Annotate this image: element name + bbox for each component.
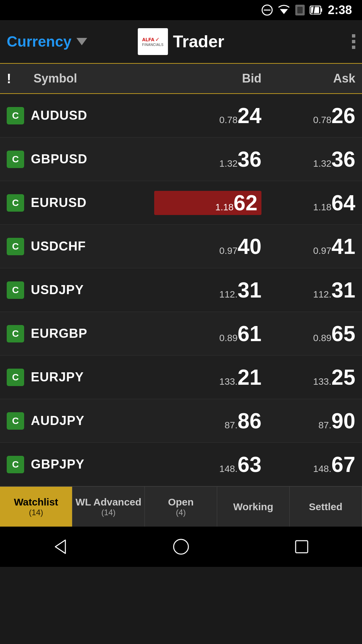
tab-label-open: Open — [168, 496, 194, 508]
tab-label-settled: Settled — [309, 501, 342, 513]
tab-wl-advanced[interactable]: WL Advanced(14) — [72, 487, 145, 527]
logo-financials: FINANCIALS — [142, 43, 164, 47]
logo-inner: ALFA ✓ FINANCIALS — [142, 36, 164, 47]
currency-row-gbpjpy[interactable]: CGBPJPY148.63148.67 — [0, 443, 362, 486]
logo-box: ALFA ✓ FINANCIALS — [138, 28, 168, 55]
c-badge-eurusd: C — [7, 194, 24, 212]
battery-icon — [309, 4, 323, 16]
column-header: ! Symbol Bid Ask — [0, 64, 362, 94]
col-symbol-header: Symbol — [34, 71, 154, 86]
c-badge-audusd: C — [7, 107, 24, 124]
tab-count-watchlist: (14) — [29, 508, 43, 517]
svg-point-10 — [174, 539, 188, 554]
menu-dot-3 — [352, 46, 355, 49]
recent-button[interactable] — [288, 533, 315, 560]
svg-rect-7 — [311, 7, 319, 13]
symbol-gbpusd: GBPUSD — [31, 152, 154, 166]
currency-row-audusd[interactable]: CAUDUSD0.78240.7826 — [0, 94, 362, 138]
bid-eurusd: 1.1862 — [154, 191, 261, 215]
svg-rect-6 — [321, 8, 322, 12]
currency-label[interactable]: Currency — [7, 33, 71, 50]
currency-list: CAUDUSD0.78240.7826CGBPUSD1.32361.3236CE… — [0, 94, 362, 486]
bid-audjpy: 87.86 — [154, 410, 261, 432]
ask-eurusd: 1.1864 — [261, 192, 355, 214]
nav-bar — [0, 527, 362, 567]
svg-rect-11 — [296, 541, 308, 553]
tab-working[interactable]: Working — [217, 487, 290, 527]
symbol-usdjpy: USDJPY — [31, 283, 154, 297]
status-time: 2:38 — [328, 3, 352, 17]
ask-audusd: 0.7826 — [261, 105, 355, 126]
bid-eurgbp: 0.8961 — [154, 323, 261, 344]
c-badge-gbpjpy: C — [7, 456, 24, 473]
currency-row-eurgbp[interactable]: CEURGBP0.89610.8965 — [0, 312, 362, 356]
dnd-icon — [261, 4, 273, 16]
bid-gbpjpy: 148.63 — [154, 454, 261, 475]
currency-row-gbpusd[interactable]: CGBPUSD1.32361.3236 — [0, 138, 362, 181]
tab-label-watchlist: Watchlist — [14, 496, 58, 508]
currency-row-eurusd[interactable]: CEURUSD1.18621.1864 — [0, 181, 362, 225]
col-exclaim: ! — [7, 71, 34, 86]
currency-row-usdchf[interactable]: CUSDCHF0.97400.9741 — [0, 225, 362, 268]
trader-label: Trader — [173, 32, 224, 51]
col-bid-header: Bid — [154, 71, 261, 86]
menu-dot-2 — [352, 40, 355, 43]
menu-button[interactable] — [352, 34, 355, 49]
c-badge-usdjpy: C — [7, 281, 24, 299]
symbol-eurusd: EURUSD — [31, 196, 154, 210]
logo-check: ✓ — [155, 36, 160, 43]
svg-marker-9 — [55, 540, 65, 553]
symbol-gbpjpy: GBPJPY — [31, 457, 154, 472]
symbol-audusd: AUDUSD — [31, 108, 154, 123]
currency-dropdown[interactable] — [76, 38, 87, 45]
symbol-eurgbp: EURGBP — [31, 326, 154, 341]
tab-label-wl-advanced: WL Advanced — [75, 496, 141, 508]
symbol-audjpy: AUDJPY — [31, 414, 154, 428]
c-badge-eurgbp: C — [7, 325, 24, 342]
wifi-icon — [277, 4, 291, 16]
bid-usdjpy: 112.31 — [154, 279, 261, 301]
ask-gbpusd: 1.3236 — [261, 149, 355, 170]
ask-eurjpy: 133.25 — [261, 367, 355, 388]
c-badge-eurjpy: C — [7, 369, 24, 386]
svg-marker-2 — [280, 9, 288, 14]
home-button[interactable] — [168, 533, 194, 560]
back-button[interactable] — [47, 533, 74, 560]
logo-alfa: ALFA — [142, 37, 155, 43]
header: Currency ALFA ✓ FINANCIALS Trader — [0, 20, 362, 64]
ask-audjpy: 87.90 — [261, 410, 355, 432]
sim-icon — [295, 4, 305, 16]
currency-row-usdjpy[interactable]: CUSDJPY112.31112.31 — [0, 268, 362, 312]
ask-usdchf: 0.9741 — [261, 236, 355, 257]
currency-row-eurjpy[interactable]: CEURJPY133.21133.25 — [0, 356, 362, 399]
symbol-eurjpy: EURJPY — [31, 370, 154, 384]
bottom-tabs: Watchlist(14)WL Advanced(14)Open(4)Worki… — [0, 486, 362, 527]
ask-usdjpy: 112.31 — [261, 279, 355, 301]
svg-rect-4 — [297, 7, 303, 13]
tab-open[interactable]: Open(4) — [145, 487, 217, 527]
ask-eurgbp: 0.8965 — [261, 323, 355, 344]
bid-gbpusd: 1.3236 — [154, 149, 261, 170]
tab-watchlist[interactable]: Watchlist(14) — [0, 487, 72, 527]
currency-row-audjpy[interactable]: CAUDJPY87.8687.90 — [0, 399, 362, 443]
c-badge-usdchf: C — [7, 238, 24, 255]
bid-audusd: 0.7824 — [154, 105, 261, 126]
symbol-usdchf: USDCHF — [31, 239, 154, 254]
c-badge-gbpusd: C — [7, 151, 24, 168]
header-center: ALFA ✓ FINANCIALS Trader — [138, 28, 224, 55]
ask-gbpjpy: 148.67 — [261, 454, 355, 475]
c-badge-audjpy: C — [7, 412, 24, 430]
status-bar: 2:38 — [0, 0, 362, 20]
tab-settled[interactable]: Settled — [290, 487, 362, 527]
bid-usdchf: 0.9740 — [154, 236, 261, 257]
tab-label-working: Working — [233, 501, 273, 513]
bid-eurjpy: 133.21 — [154, 367, 261, 388]
tab-count-open: (4) — [176, 508, 186, 517]
tab-count-wl-advanced: (14) — [101, 508, 116, 517]
menu-dot-1 — [352, 34, 355, 38]
status-icons — [261, 4, 323, 16]
col-ask-header: Ask — [261, 71, 355, 86]
